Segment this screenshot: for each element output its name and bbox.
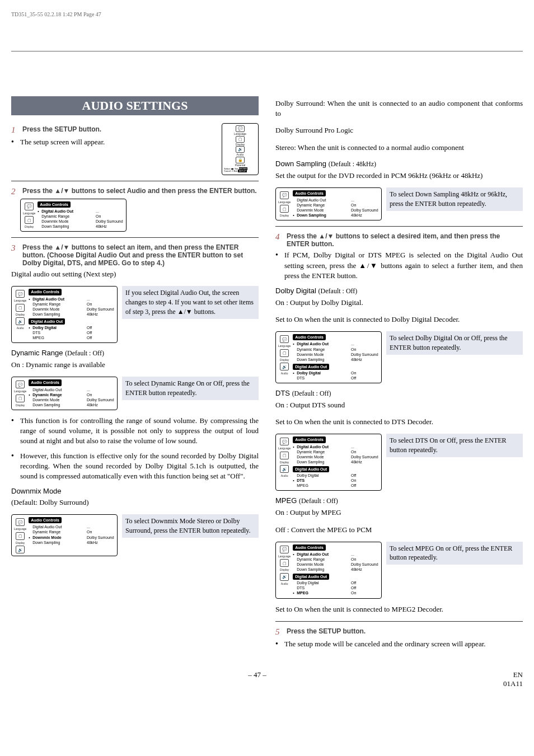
speaker-icon: 🔊 — [236, 146, 245, 153]
tv-icon: ▢ — [236, 136, 245, 143]
step-text-4: Press the ▲/▼ buttons to select a desire… — [287, 232, 523, 248]
print-header: TD351_35-55 02.2.18 1:42 PM Page 47 — [11, 11, 523, 17]
dolby-default: (Default : Off) — [318, 287, 358, 295]
mpeg-heading: MPEG — [275, 496, 297, 505]
header-rule — [11, 51, 523, 51]
step5-note: The setup mode will be canceled and the … — [284, 639, 523, 649]
tv-icon: ▢ — [16, 532, 25, 540]
dynamic-caption: To select Dynamic Range On or Off, press… — [122, 377, 259, 400]
step-number-5: 5 — [275, 627, 283, 637]
digital-audio-heading: Digital audio out setting (Next step) — [11, 269, 259, 279]
speaker-icon: 🔊 — [16, 546, 25, 553]
page-number: – 47 – — [248, 670, 266, 688]
step-text-2: Press the ▲/▼ buttons to select Audio an… — [22, 187, 259, 195]
right-column: Dolby Surround: When the unit is connect… — [275, 96, 523, 654]
mpeg-off: Off : Convert the MPEG to PCM — [275, 525, 523, 535]
step-number-2: 2 — [11, 187, 19, 196]
speaker-icon: 🔊 — [280, 465, 289, 473]
down-sampling-text: Set the output for the DVD recorded in P… — [275, 171, 523, 181]
tv-icon: ▢ — [16, 304, 25, 312]
dts-text: Set to On when the unit is connected to … — [275, 417, 523, 427]
dts-on: On : Output DTS sound — [275, 400, 523, 410]
downmix-default: (Default: Dolby Surround) — [11, 497, 259, 508]
footer-code-1: EN — [513, 670, 523, 679]
speech-icon: 💬 — [280, 546, 289, 553]
audio-controls-menu-downmix: 💬 Language ▢ Display 🔊 Audio Controls Di… — [11, 514, 118, 556]
left-column: AUDIO SETTINGS 💬 Language ▢ Display 🔊 Au… — [11, 96, 259, 654]
speech-icon: 💬 — [280, 191, 289, 199]
dynamic-range-heading: Dynamic Range — [11, 349, 63, 357]
down-sampling-heading: Down Sampling — [275, 159, 326, 168]
down-sampling-caption: To select Down Sampling 48kHz or 96kHz, … — [386, 187, 523, 211]
audio-controls-menu-mpeg: 💬 Language ▢ Display 🔊 Audio Audio Contr… — [275, 542, 382, 599]
bullet-icon: ● — [275, 250, 281, 259]
dts-heading: DTS — [275, 389, 290, 397]
speech-icon: 💬 — [236, 125, 245, 132]
mpeg-default: (Default : Off) — [299, 497, 338, 505]
tv-icon: ▢ — [280, 452, 289, 459]
down-sampling-default: (Default : 48kHz) — [329, 160, 376, 168]
step-number-1: 1 — [11, 125, 19, 135]
speaker-icon: 🔊 — [16, 317, 25, 325]
dolby-text: Set to On when the unit is connected to … — [275, 314, 523, 325]
audio-controls-menu-with-submenu: 💬 Language ▢ Display 🔊 Audio Audio Contr… — [11, 286, 118, 343]
bullet-icon: ● — [11, 451, 17, 459]
section-title: AUDIO SETTINGS — [11, 96, 259, 115]
speech-icon: 💬 — [280, 438, 289, 445]
speech-icon: 💬 — [25, 203, 34, 210]
dynamic-bullet-1: This function is for controlling the ran… — [20, 416, 259, 447]
dts-caption: To select DTS On or Off, press the ENTER… — [386, 434, 523, 457]
speech-icon: 💬 — [16, 381, 25, 388]
setup-menu-diagram: 💬 Language ▢ Display 🔊 Audio 🔒 Parental … — [222, 123, 259, 175]
step-text-3: Press the ▲/▼ buttons to select an item,… — [22, 243, 259, 267]
tv-icon: ▢ — [280, 559, 289, 567]
tv-icon: ▢ — [280, 349, 289, 357]
right-intro-2: Dolby Surround Pro Logic — [275, 125, 523, 135]
audio-controls-menu-dynamic: 💬 Language ▢ Display Audio Controls Digi… — [11, 377, 118, 410]
dolby-on: On : Output by Dolby Digital. — [275, 298, 523, 308]
downmix-heading: Downmix Mode — [11, 487, 259, 495]
dynamic-range-default: (Default : Off) — [65, 349, 104, 357]
right-intro-3: Stereo: When the unit is connected to a … — [275, 143, 523, 153]
audio-controls-menu-digital-audio: 💬 Language ▢ Display Audio Controls •Dig… — [20, 199, 127, 232]
step-number-4: 4 — [275, 232, 283, 242]
lock-icon: 🔒 — [236, 157, 245, 163]
dolby-heading: Dolby Digital — [275, 287, 316, 295]
dynamic-range-sub: On : Dynamic range is available — [11, 360, 259, 370]
audio-controls-menu-downsampling: 💬 Language ▢ Display Audio Controls Digi… — [275, 187, 382, 220]
step1-note: The setup screen will appear. — [20, 137, 217, 147]
dolby-caption: To select Dolby Digital On or Off, press… — [386, 331, 523, 355]
step-text-5: Press the SETUP button. — [287, 627, 523, 635]
tv-icon: ▢ — [25, 216, 34, 224]
mpeg-text: Set to On when the unit is connected to … — [275, 604, 523, 614]
mpeg-on: On : Output by MPEG — [275, 508, 523, 518]
speaker-icon: 🔊 — [280, 573, 289, 581]
speech-icon: 💬 — [16, 518, 25, 526]
dynamic-bullet-2: However, this function is effective only… — [20, 451, 259, 482]
audio-controls-menu-dts: 💬 Language ▢ Display 🔊 Audio Audio Contr… — [275, 434, 382, 491]
speech-icon: 💬 — [280, 335, 289, 343]
audio-controls-menu-dolby: 💬 Language ▢ Display 🔊 Audio Audio Contr… — [275, 331, 382, 383]
bullet-icon: ● — [11, 137, 17, 145]
step4-note: If PCM, Dolby Digital or DTS MPEG is sel… — [284, 250, 523, 281]
downmix-caption: To select Downmix Mode Stereo or Dolby S… — [122, 514, 259, 538]
speech-icon: 💬 — [16, 290, 25, 298]
dts-default: (Default : Off) — [292, 389, 331, 397]
bullet-icon: ● — [11, 416, 17, 424]
step-text-1: Press the SETUP button. — [22, 125, 217, 133]
bullet-icon: ● — [275, 639, 281, 647]
mpeg-caption: To select MPEG On or Off, press the ENTE… — [386, 542, 523, 565]
digital-audio-caption: If you select Digital Audio Out, the scr… — [122, 286, 259, 318]
tv-icon: ▢ — [280, 205, 289, 213]
footer-code-2: 01A11 — [503, 679, 523, 688]
step-number-3: 3 — [11, 243, 19, 253]
right-intro-1: Dolby Surround: When the unit is connect… — [275, 98, 523, 119]
tv-icon: ▢ — [16, 395, 25, 402]
speaker-icon: 🔊 — [280, 363, 289, 370]
